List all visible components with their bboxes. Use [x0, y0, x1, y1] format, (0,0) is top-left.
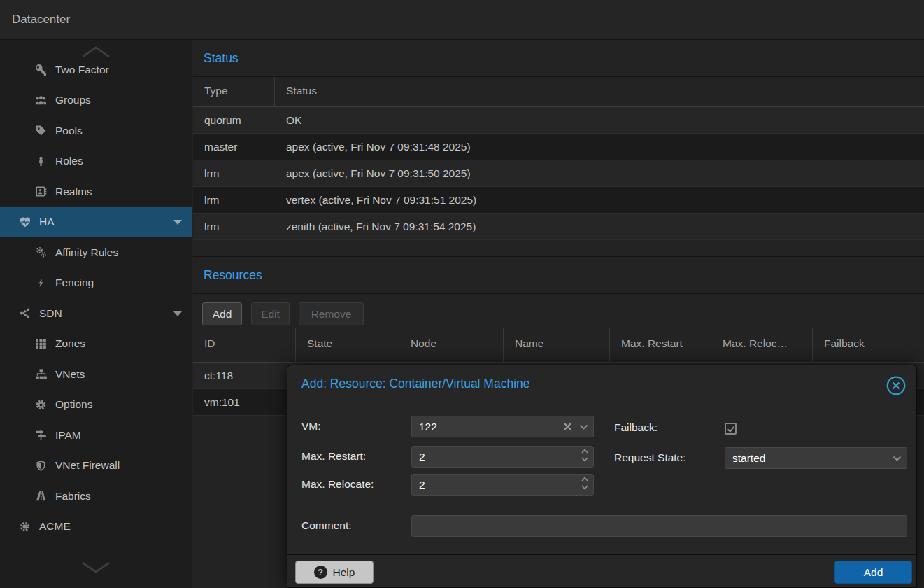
- sidebar-item-label: Pools: [55, 125, 83, 137]
- status-type-cell: lrm: [193, 167, 275, 180]
- max-restart-label: Max. Restart:: [301, 450, 366, 463]
- shield-icon: [34, 460, 48, 472]
- column-header-id[interactable]: ID: [193, 328, 296, 362]
- sidebar-item-groups[interactable]: Groups: [0, 85, 192, 116]
- sidebar-item-label: Two Factor: [55, 64, 109, 76]
- scroll-down-icon[interactable]: [80, 560, 112, 575]
- column-header-name[interactable]: Name: [504, 328, 610, 362]
- column-header-max-restart[interactable]: Max. Restart: [610, 328, 711, 362]
- resources-toolbar: Add Edit Remove: [193, 294, 924, 328]
- add-button[interactable]: Add: [202, 302, 242, 326]
- sidebar-item-fabrics[interactable]: Fabrics: [0, 481, 192, 512]
- sidebar-item-label: Realms: [55, 186, 92, 198]
- sidebar-item-vnets[interactable]: VNets: [0, 359, 192, 390]
- sidebar-item-label: Affinity Rules: [55, 246, 118, 259]
- status-panel-title: Status: [193, 40, 924, 77]
- table-row[interactable]: lrm vertex (active, Fri Nov 7 09:31:51 2…: [193, 187, 924, 214]
- burst-icon: [18, 521, 31, 533]
- failback-checkbox[interactable]: [725, 423, 737, 435]
- chevron-down-icon[interactable]: [173, 312, 182, 316]
- resources-panel-title: Resources: [193, 257, 924, 294]
- question-icon: ?: [314, 566, 327, 579]
- sidebar-item-label: Fencing: [55, 276, 94, 289]
- column-header-type[interactable]: Type: [193, 77, 275, 106]
- sidebar-item-affinity-rules[interactable]: Affinity Rules: [0, 237, 192, 268]
- comment-label: Comment:: [301, 519, 352, 532]
- table-row[interactable]: master apex (active, Fri Nov 7 09:31:48 …: [193, 134, 924, 160]
- resource-id-cell: vm:101: [193, 396, 296, 409]
- table-row[interactable]: lrm apex (active, Fri Nov 7 09:31:50 202…: [193, 160, 924, 187]
- close-icon[interactable]: [886, 375, 907, 396]
- sidebar-item-zones[interactable]: Zones: [0, 329, 192, 360]
- status-type-cell: lrm: [193, 220, 275, 233]
- users-icon: [34, 94, 48, 106]
- add-resource-dialog: Add: Resource: Container/Virtual Machine…: [287, 365, 917, 588]
- spinner-icon[interactable]: [581, 448, 589, 463]
- sidebar-item-options[interactable]: Options: [0, 390, 192, 421]
- chevron-down-icon[interactable]: [892, 454, 902, 463]
- comment-field[interactable]: [411, 515, 907, 537]
- status-value-cell: apex (active, Fri Nov 7 09:31:50 2025): [275, 167, 924, 180]
- request-state-select[interactable]: started: [725, 447, 907, 469]
- status-type-cell: lrm: [193, 194, 275, 206]
- max-relocate-input[interactable]: [412, 475, 593, 495]
- comment-input[interactable]: [412, 516, 907, 536]
- sidebar-item-label: HA: [39, 216, 55, 228]
- table-row[interactable]: quorum OK: [193, 107, 924, 134]
- sidebar-nav: Two Factor Groups Pools Roles Realms: [0, 55, 192, 550]
- status-value-cell: vertex (active, Fri Nov 7 09:31:51 2025): [275, 194, 924, 206]
- sidebar-item-label: ACME: [39, 520, 71, 533]
- page-title: Datacenter: [12, 13, 70, 27]
- max-restart-field[interactable]: [411, 446, 594, 468]
- sidebar-item-pools[interactable]: Pools: [0, 115, 192, 146]
- remove-button[interactable]: Remove: [299, 302, 364, 326]
- sidebar-item-two-factor[interactable]: Two Factor: [0, 55, 192, 85]
- status-value-cell: OK: [275, 114, 924, 127]
- top-bar: Datacenter: [0, 0, 924, 40]
- column-header-node[interactable]: Node: [399, 328, 504, 362]
- table-row[interactable]: lrm zenith (active, Fri Nov 7 09:31:54 2…: [193, 214, 924, 240]
- sidebar-item-fencing[interactable]: Fencing: [0, 268, 192, 299]
- sidebar-item-firewall[interactable]: Firewall: [0, 542, 192, 550]
- column-header-max-relocate[interactable]: Max. Reloc…: [711, 328, 813, 362]
- id-card-icon: [34, 186, 48, 197]
- person-icon: [34, 155, 48, 167]
- request-state-label: Request State:: [614, 451, 686, 464]
- sidebar-item-realms[interactable]: Realms: [0, 176, 192, 207]
- chevron-down-icon[interactable]: [173, 220, 182, 225]
- key-icon: [34, 64, 48, 76]
- sidebar-item-ipam[interactable]: IPAM: [0, 420, 192, 451]
- help-button-label: Help: [333, 566, 355, 579]
- gear-icon: [34, 399, 48, 411]
- dialog-add-button[interactable]: Add: [834, 561, 912, 584]
- max-relocate-label: Max. Relocate:: [301, 478, 374, 491]
- sidebar-item-label: Roles: [55, 155, 83, 167]
- sidebar-item-label: VNets: [55, 368, 85, 381]
- sidebar-item-acme[interactable]: ACME: [0, 512, 192, 542]
- road-icon: [34, 490, 48, 502]
- sidebar-item-label: Groups: [55, 94, 91, 106]
- chevron-down-icon[interactable]: [578, 423, 589, 431]
- sidebar-item-vnet-firewall[interactable]: VNet Firewall: [0, 451, 192, 482]
- vm-label: VM:: [301, 420, 321, 433]
- status-type-cell: quorum: [193, 114, 275, 127]
- column-header-failback[interactable]: Failback: [813, 328, 924, 362]
- sidebar-item-ha[interactable]: HA: [0, 207, 192, 238]
- bolt-icon: [34, 277, 48, 289]
- dialog-footer-divider: [287, 554, 916, 555]
- spinner-icon[interactable]: [581, 476, 589, 491]
- help-button[interactable]: ? Help: [295, 561, 374, 584]
- max-relocate-field[interactable]: [411, 474, 594, 496]
- sidebar-item-roles[interactable]: Roles: [0, 146, 192, 177]
- column-header-state[interactable]: State: [296, 328, 399, 362]
- dialog-title: Add: Resource: Container/Virtual Machine: [301, 377, 530, 391]
- share-nodes-icon: [18, 307, 31, 319]
- edit-button[interactable]: Edit: [251, 302, 290, 326]
- status-value-cell: apex (active, Fri Nov 7 09:31:48 2025): [275, 141, 924, 153]
- sidebar-item-sdn[interactable]: SDN: [0, 298, 192, 329]
- failback-label: Failback:: [614, 421, 658, 434]
- max-restart-input[interactable]: [412, 447, 593, 467]
- clear-icon[interactable]: [562, 421, 573, 432]
- column-header-status[interactable]: Status: [275, 77, 924, 106]
- vm-combobox[interactable]: [411, 416, 594, 438]
